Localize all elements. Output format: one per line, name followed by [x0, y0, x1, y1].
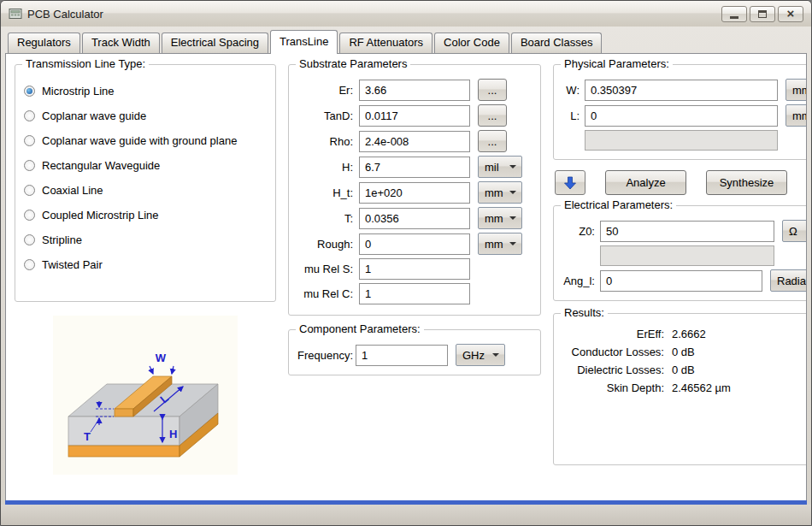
radio-option-coplanar-with-ground-plane[interactable]: Coplanar wave guide with ground plane — [24, 128, 267, 153]
tand-label: TanD: — [297, 109, 359, 122]
microstrip-diagram: W L H T — [53, 316, 238, 477]
radio-label: Coaxial Line — [42, 184, 103, 197]
rough-unit-select[interactable]: mm — [478, 233, 522, 255]
h-row: H: mil — [297, 156, 532, 178]
rho-more-button[interactable]: ... — [478, 130, 507, 152]
t-row: T: mm — [297, 207, 532, 229]
l-input[interactable] — [585, 105, 778, 127]
radio-label: Rectangular Waveguide — [42, 159, 160, 172]
angl-input[interactable] — [600, 270, 762, 292]
chevron-down-icon — [509, 216, 516, 220]
z0-label: Z0: — [562, 225, 600, 238]
tab-electrical-spacing[interactable]: Electrical Spacing — [162, 33, 268, 53]
mu-rel-s-label: mu Rel S: — [297, 263, 359, 275]
radio-label: Coplanar wave guide — [42, 109, 146, 122]
radio-option-rectangular-waveguide[interactable]: Rectangular Waveguide — [24, 153, 267, 178]
radio-indicator — [24, 210, 35, 221]
frequency-input[interactable] — [356, 345, 448, 366]
radio-indicator — [24, 135, 35, 146]
z0-unit-select[interactable]: Ω — [782, 220, 807, 242]
radio-label: Twisted Pair — [42, 258, 103, 271]
radio-option-coplanar-wave-guide[interactable]: Coplanar wave guide — [24, 103, 267, 128]
w-unit-select[interactable]: mm — [786, 79, 807, 101]
result-ereff: ErEff: 2.6662 — [562, 328, 807, 340]
w-row: W: mm — [562, 79, 807, 101]
radio-option-microstrip-line[interactable]: Microstrip Line — [24, 79, 267, 103]
tab-transline[interactable]: TransLine — [270, 30, 338, 54]
angl-unit-select[interactable]: Radian — [770, 269, 807, 292]
radio-indicator — [24, 259, 35, 270]
close-button[interactable]: × — [778, 6, 803, 22]
analysis-actions: Analyze Synthesize — [555, 170, 807, 195]
analyze-button[interactable]: Analyze — [605, 170, 686, 195]
mu-rel-c-input[interactable] — [359, 283, 470, 304]
physical-parameters-group: Physical Parameters: W: mm L: mm — [553, 64, 807, 160]
tab-color-code[interactable]: Color Code — [434, 33, 509, 53]
group-title: Electrical Parameters: — [561, 198, 676, 211]
z0-row: Z0: Ω — [562, 220, 807, 242]
l-label: L: — [562, 109, 585, 122]
radio-indicator — [24, 110, 35, 121]
group-title: Physical Parameters: — [561, 57, 673, 70]
rho-row: Rho: ... — [297, 130, 532, 152]
maximize-button[interactable] — [750, 6, 775, 22]
chevron-down-icon — [492, 353, 499, 357]
close-icon: × — [787, 7, 795, 20]
minimize-button[interactable] — [721, 6, 747, 22]
frequency-unit-select[interactable]: GHz — [456, 344, 505, 366]
frequency-row: Frequency: GHz — [297, 344, 532, 366]
rough-input[interactable] — [359, 233, 470, 255]
h-input[interactable] — [359, 157, 470, 178]
angl-label: Ang_l: — [562, 275, 600, 287]
radio-indicator — [24, 234, 35, 245]
radio-option-coaxial-line[interactable]: Coaxial Line — [24, 178, 267, 203]
label-t: T — [84, 430, 91, 443]
mu-rel-s-row: mu Rel S: — [297, 258, 532, 280]
tab-bar: Regulators Track Width Electrical Spacin… — [1, 27, 811, 53]
tab-rf-attenuators[interactable]: RF Attenuators — [339, 33, 432, 53]
t-unit-select[interactable]: mm — [478, 207, 522, 229]
label-h: H — [169, 428, 177, 440]
window-title: PCB Calculator — [27, 8, 103, 21]
radio-option-twisted-pair[interactable]: Twisted Pair — [24, 252, 267, 277]
rho-label: Rho: — [297, 135, 359, 148]
er-label: Er: — [297, 84, 359, 97]
tand-input[interactable] — [359, 105, 470, 127]
h-label: H: — [297, 161, 359, 174]
app-icon — [9, 7, 22, 21]
radio-indicator — [24, 86, 35, 97]
synthesize-button[interactable]: Synthesize — [706, 170, 787, 195]
copy-down-button[interactable] — [555, 170, 585, 195]
angl-row: Ang_l: Radian — [562, 269, 807, 292]
radio-option-stripline[interactable]: Stripline — [24, 228, 267, 252]
radio-option-coupled-microstrip-line[interactable]: Coupled Microstrip Line — [24, 203, 267, 228]
frequency-label: Frequency: — [297, 349, 356, 362]
tab-board-classes[interactable]: Board Classes — [511, 33, 603, 53]
tab-regulators[interactable]: Regulators — [8, 33, 80, 53]
window-frame-bottom — [1, 505, 811, 525]
mu-rel-s-input[interactable] — [359, 258, 470, 280]
transline-panel: Transmission Line Type: Microstrip Line … — [5, 53, 807, 500]
er-more-button[interactable]: ... — [478, 79, 507, 101]
ht-unit-select[interactable]: mm — [478, 181, 522, 204]
radio-label: Microstrip Line — [42, 85, 115, 98]
electrical-parameters-group: Electrical Parameters: Z0: Ω Ang_l: Radi… — [553, 205, 807, 301]
ht-input[interactable] — [359, 182, 470, 204]
substrate-parameters-group: Substrate Parameters Er: ... TanD: ... R… — [288, 64, 541, 316]
er-input[interactable] — [359, 80, 470, 101]
results-group: Results: ErEff: 2.6662 Conductor Losses:… — [553, 313, 807, 465]
h-unit-select[interactable]: mil — [478, 156, 522, 178]
app-window: PCB Calculator × Regulators Track Width … — [0, 0, 812, 526]
label-w: W — [156, 352, 167, 364]
tand-more-button[interactable]: ... — [478, 104, 507, 127]
rho-input[interactable] — [359, 131, 470, 152]
tab-track-width[interactable]: Track Width — [82, 33, 160, 53]
t-input[interactable] — [359, 208, 470, 229]
window-controls: × — [719, 6, 803, 22]
physical-aux-field — [585, 130, 778, 151]
z0-input[interactable] — [600, 221, 774, 242]
radio-indicator — [24, 185, 35, 196]
chevron-down-icon — [509, 165, 516, 168]
w-input[interactable] — [585, 80, 778, 101]
l-unit-select[interactable]: mm — [786, 104, 807, 127]
